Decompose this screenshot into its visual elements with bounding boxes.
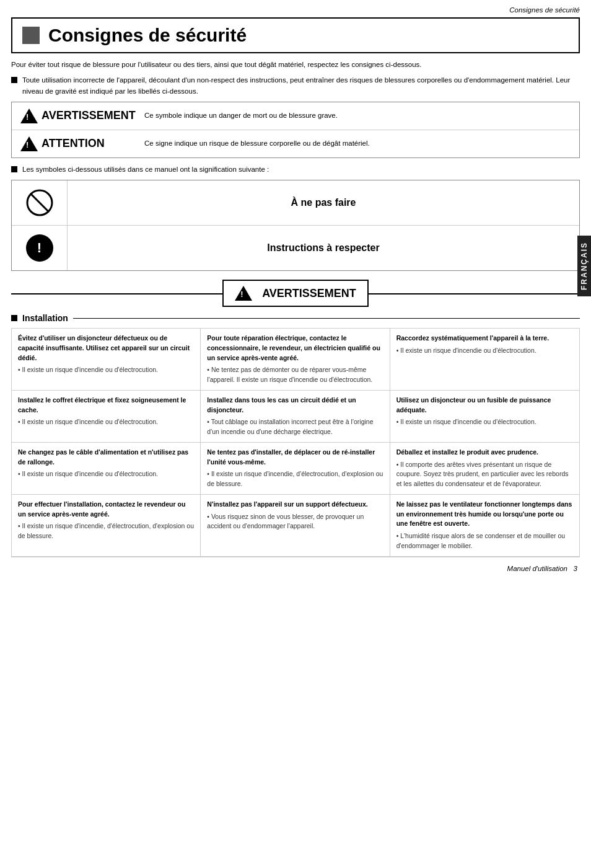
footer-text: Manuel d'utilisation (507, 565, 567, 572)
install-cell-12-note: L'humidité risque alors de se condenser … (396, 531, 573, 551)
avertissement-label: AVERTISSEMENT (20, 108, 144, 123)
install-cell-3-note: Il existe un risque d'incendie ou d'élec… (396, 346, 573, 356)
install-cell-1: Évitez d'utiliser un disjoncteur défectu… (12, 329, 201, 391)
installation-grid: Évitez d'utiliser un disjoncteur défectu… (11, 328, 580, 557)
install-cell-7-note: Il existe un risque d'incendie ou d'élec… (18, 469, 194, 479)
no-do-icon-cell (12, 180, 68, 225)
install-cell-7: Ne changez pas le câble d'alimentation e… (12, 443, 201, 495)
avertissement-description: Ce symbole indique un danger de mort ou … (144, 110, 338, 121)
install-cell-1-bold: Évitez d'utiliser un disjoncteur défectu… (18, 334, 194, 363)
title-accent-square (22, 27, 40, 44)
symbols-bullet-icon (11, 166, 17, 172)
avertissement-row: AVERTISSEMENT Ce symbole indique un dang… (12, 102, 579, 130)
install-cell-10-bold: Pour effectuer l'installation, contactez… (18, 500, 194, 520)
install-cell-3: Raccordez systématiquement l'appareil à … (390, 329, 579, 391)
banner-triangle-icon (235, 286, 252, 301)
installation-header-line (73, 318, 580, 319)
symbols-table: À ne pas faire ! Instructions à respecte… (11, 180, 580, 271)
installation-section-header: Installation (11, 313, 580, 323)
installation-title: Installation (22, 313, 68, 323)
warning-triangle-icon (20, 108, 38, 123)
install-cell-5-bold: Installez dans tous les cas un circuit d… (207, 396, 383, 415)
symbols-note-row: Les symboles ci-dessous utilisés dans ce… (11, 164, 580, 175)
avertissement-banner: AVERTISSEMENT (11, 280, 580, 307)
no-do-row: À ne pas faire (12, 180, 579, 226)
attention-label-text: ATTENTION (42, 137, 105, 150)
install-cell-12: Ne laissez pas le ventilateur fonctionne… (390, 495, 579, 557)
install-cell-8-bold: Ne tentez pas d'installer, de déplacer o… (207, 448, 383, 467)
install-cell-4-note: Il existe un risque d'incendie ou d'élec… (18, 417, 194, 427)
avertissement-label-text: AVERTISSEMENT (42, 109, 136, 122)
warning-attention-box: AVERTISSEMENT Ce symbole indique un dang… (11, 102, 580, 158)
install-cell-10-note: Il existe un risque d'incendie, d'électr… (18, 521, 194, 541)
no-do-description: À ne pas faire (68, 180, 579, 225)
install-cell-11-bold: N'installez pas l'appareil sur un suppor… (207, 500, 383, 510)
intro-bullet-text: Toute utilisation incorrecte de l'appare… (22, 75, 580, 97)
instructions-description: Instructions à respecter (68, 226, 579, 270)
install-cell-1-note: Il existe un risque d'incendie ou d'élec… (18, 365, 194, 375)
bullet-square-icon (11, 77, 17, 83)
install-cell-5: Installez dans tous les cas un circuit d… (201, 391, 390, 443)
section-title-box: Consignes de sécurité (11, 17, 580, 53)
banner-avertissement-text: AVERTISSEMENT (262, 287, 356, 300)
install-cell-3-bold: Raccordez systématiquement l'appareil à … (396, 334, 573, 343)
install-cell-9-bold: Déballez et installez le produit avec pr… (396, 448, 573, 458)
intro-paragraph: Pour éviter tout risque de blessure pour… (11, 60, 580, 70)
install-cell-6-bold: Utilisez un disjoncteur ou un fusible de… (396, 396, 573, 415)
install-cell-6: Utilisez un disjoncteur ou un fusible de… (390, 391, 579, 443)
install-cell-2-bold: Pour toute réparation électrique, contac… (207, 334, 383, 363)
attention-row: ATTENTION Ce signe indique un risque de … (12, 130, 579, 157)
attention-triangle-icon (20, 136, 38, 151)
instructions-row: ! Instructions à respecter (12, 226, 579, 270)
install-cell-10: Pour effectuer l'installation, contactez… (12, 495, 201, 557)
install-cell-4-bold: Installez le coffret électrique et fixez… (18, 396, 194, 415)
install-cell-6-note: Il existe un risque d'incendie ou d'élec… (396, 417, 573, 427)
avertissement-banner-inner: AVERTISSEMENT (222, 280, 369, 307)
install-cell-4: Installez le coffret électrique et fixez… (12, 391, 201, 443)
attention-label: ATTENTION (20, 136, 144, 151)
intro-bullet: Toute utilisation incorrecte de l'appare… (11, 75, 580, 97)
install-cell-8-note: Il existe un risque d'incendie, d'électr… (207, 469, 383, 489)
instructions-circle-icon: ! (26, 234, 53, 262)
instructions-icon-cell: ! (12, 226, 68, 270)
install-cell-12-bold: Ne laissez pas le ventilateur fonctionne… (396, 500, 573, 529)
page-title: Consignes de sécurité (48, 25, 247, 46)
svg-line-1 (30, 193, 49, 212)
install-cell-11-note: Vous risquez sinon de vous blesser, de p… (207, 512, 383, 532)
install-cell-9-note: Il comporte des arêtes vives présentant … (396, 460, 573, 489)
page-section-header: Consignes de sécurité (11, 6, 580, 14)
page-footer: Manuel d'utilisation 3 (11, 565, 580, 572)
language-side-tab: FRANÇAIS (577, 236, 591, 296)
install-cell-2-note: Ne tentez pas de démonter ou de réparer … (207, 365, 383, 385)
install-cell-7-bold: Ne changez pas le câble d'alimentation e… (18, 448, 194, 467)
install-cell-2: Pour toute réparation électrique, contac… (201, 329, 390, 391)
install-cell-5-note: Tout câblage ou installation incorrect p… (207, 417, 383, 437)
symbols-note-text: Les symboles ci-dessous utilisés dans ce… (22, 164, 269, 175)
install-cell-11: N'installez pas l'appareil sur un suppor… (201, 495, 390, 557)
install-cell-8: Ne tentez pas d'installer, de déplacer o… (201, 443, 390, 495)
attention-description: Ce signe indique un risque de blessure c… (144, 138, 370, 149)
install-cell-9: Déballez et installez le produit avec pr… (390, 443, 579, 495)
footer-page-number: 3 (574, 565, 577, 572)
no-do-svg-icon (26, 189, 53, 216)
